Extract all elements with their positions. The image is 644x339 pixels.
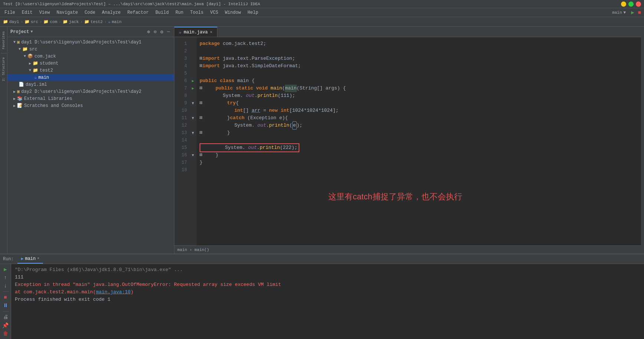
minimize-button[interactable] [621,1,626,7]
tab-main-java[interactable]: ☕ main.java × [174,27,217,37]
close-button[interactable] [636,1,641,7]
bottom-tab-close-btn[interactable]: × [37,257,39,261]
favorites-tab[interactable]: Favorites [1,30,6,51]
run-config-selector[interactable]: main ▼ [609,10,629,15]
gutter-8 [189,92,197,100]
gutter-11-fold[interactable]: ▼ [189,114,197,122]
toolbar-divider-2 [3,311,9,312]
tree-arrow-test2: ▼ [29,68,31,72]
breadcrumb-day1[interactable]: 📁 day1 [3,19,19,24]
gutter-9-fold[interactable]: ▼ [189,100,197,107]
code-line-16: ⊠ } [200,151,641,159]
menu-tools[interactable]: Tools [187,9,207,16]
breadcrumb-main[interactable]: ☕ main [108,19,122,24]
code-line-12: System. out.println(e); [200,122,641,129]
gutter-13-fold[interactable]: ▼ [189,129,197,137]
breadcrumb-jack[interactable]: 📁 jack [63,19,79,24]
code-line-14 [200,137,641,144]
menu-edit[interactable]: Edit [19,9,36,16]
tree-arrow-day1: ▼ [13,40,16,44]
bottom-tab-bar: Run: ▶ main × [0,254,644,264]
run-scroll-down-btn[interactable]: ↓ [3,282,7,290]
editor-breadcrumb: main › main() [174,245,641,254]
tab-label: main.java [184,30,208,35]
package-icon-comjack: 📦 [27,53,33,59]
folder-icon-src: 📁 [22,46,28,52]
run-button[interactable]: ▶ [630,9,635,16]
tree-label-test2: test2 [40,68,53,73]
run-config-label: main [612,10,622,15]
tree-label-day1iml: day1.iml [26,82,47,87]
stop-button[interactable]: ■ [637,10,643,16]
run-trash-btn[interactable]: 🗑 [2,330,9,338]
tree-item-scratches[interactable]: ▶ 📝 Scratches and Consoles [7,102,174,109]
iml-file-icon: 📄 [19,82,24,87]
sidebar-header: Project ▼ ⊕ ⊖ ⚙ — [7,27,174,37]
breadcrumb-sep-1: › [20,20,23,24]
sidebar-title-area: Project ▼ [10,29,33,35]
window-controls[interactable] [621,1,641,7]
sidebar-title-text: Project [10,29,29,35]
gutter-6-run[interactable]: ▶ [189,77,197,85]
tree-item-comjack[interactable]: ▼ 📦 com.jack [7,53,174,60]
console-line-1: 111 [15,274,640,281]
console-line-5: Process finished with exit code 1 [15,296,640,303]
gutter-10 [189,107,197,114]
code-line-10: int[] arr = new int[1024*1024*1024]; [200,107,641,114]
menu-vcs[interactable]: VCS [207,9,221,16]
structure-tab[interactable]: 2: Structure [1,56,6,83]
sidebar-expand-btn[interactable]: ⊕ [146,28,151,36]
divider-1 [1,53,7,53]
breadcrumb-sep-2: › [40,20,42,24]
maximize-button[interactable] [628,1,634,7]
gutter: ▶ ▶ ▼ ▼ ▼ ▼ [189,37,197,245]
tab-close-btn[interactable]: × [210,30,213,35]
tree-item-day1iml[interactable]: 📄 day1.iml [7,81,174,88]
console-link-main-java[interactable]: main.java:10 [96,289,131,295]
code-line-3: ⊠import java.text.ParseException; [200,55,641,62]
bottom-tab-main[interactable]: ▶ main × [17,254,43,264]
menu-help[interactable]: Help [244,9,261,16]
gutter-16-fold[interactable]: ▼ [189,151,197,159]
sidebar-minimize-btn[interactable]: — [166,28,171,35]
tree-item-test2[interactable]: ▼ 📁 test2 [7,67,174,74]
tree-item-day2[interactable]: ▶ ▣ day2 D:\users\ligenyun\IdeaProjects\… [7,88,174,95]
menu-window[interactable]: Window [222,9,244,16]
menu-file[interactable]: File [1,9,18,16]
tree-item-main[interactable]: ☕ main [7,74,174,81]
menu-view[interactable]: View [36,9,53,16]
sidebar-settings-btn[interactable]: ⚙ [159,28,164,36]
breadcrumb-src[interactable]: 📁 src [24,19,38,24]
menu-navigate[interactable]: Navigate [53,9,81,16]
menu-code[interactable]: Code [82,9,98,16]
menu-analyze[interactable]: Analyze [99,9,124,16]
breadcrumb-com[interactable]: 📁 com [43,19,57,24]
gutter-1 [189,40,197,48]
code-line-1: package com.jack.test2; [200,40,641,48]
code-line-2 [200,48,641,55]
src-folder-icon: 📁 [24,19,30,24]
menu-run[interactable]: Run [172,9,187,16]
run-scroll-up-btn[interactable]: ↑ [3,274,7,281]
project-tree[interactable]: ▼ ▣ day1 D:\users\ligenyun\IdeaProjects\… [7,37,174,254]
breadcrumb-test2[interactable]: 📁 test2 [84,19,103,24]
sidebar-collapse-btn[interactable]: ⊖ [153,28,158,36]
tree-item-ext-libraries[interactable]: ▶ 📚 External Libraries [7,95,174,102]
tree-item-day1[interactable]: ▼ ▣ day1 D:\users\ligenyun\IdeaProjects\… [7,39,174,46]
run-print-btn[interactable]: 🖨 [2,313,9,321]
tree-item-student[interactable]: ▶ 📁 student [7,60,174,67]
tree-item-src[interactable]: ▼ 📁 src [7,46,174,53]
run-pin-btn[interactable]: 📌 [1,322,9,329]
sidebar-dropdown-icon[interactable]: ▼ [30,30,33,34]
run-stop-btn[interactable]: ■ [3,294,7,301]
run-play-btn[interactable]: ▶ [3,265,7,273]
code-editor[interactable]: package com.jack.test2; ⊠import java.tex… [197,37,641,245]
menu-build[interactable]: Build [152,9,172,16]
run-pause-btn[interactable]: ⏸ [2,302,9,309]
right-scroll-gutter[interactable] [641,27,644,254]
editor-tab-bar: ☕ main.java × [174,27,641,37]
tree-label-scratches: Scratches and Consoles [24,103,83,108]
gutter-7-run[interactable]: ▶ [189,85,197,92]
menu-refactor[interactable]: Refactor [124,9,152,16]
breadcrumb-day1-label: day1 [9,20,19,24]
